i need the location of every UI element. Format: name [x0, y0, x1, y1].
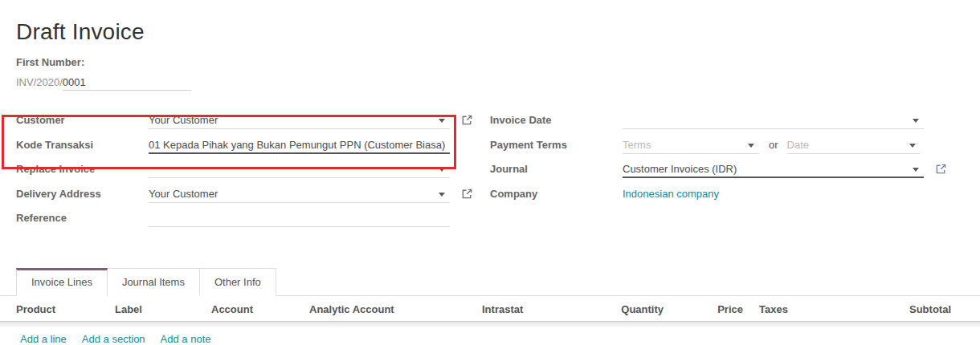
- due-date-select[interactable]: Date: [787, 136, 921, 154]
- invoice-date-select[interactable]: [623, 112, 924, 129]
- kode-transaksi-value: 01 Kepada Pihak yang Bukan Pemungut PPN …: [149, 139, 445, 151]
- first-number-row: INV/2020/ 0001: [16, 76, 980, 91]
- invoice-date-row: Invoice Date: [490, 112, 945, 136]
- add-a-section-link[interactable]: Add a section: [82, 333, 145, 345]
- company-row: Company Indonesian company: [490, 185, 945, 210]
- column-header-analytic-account: Analytic Account: [309, 303, 482, 315]
- customer-row: Customer Your Customer: [16, 112, 471, 136]
- delivery-address-label: Delivery Address: [16, 185, 149, 200]
- table-header-shadow: [0, 322, 980, 327]
- replace-invoice-label: Replace Invoice: [16, 160, 149, 175]
- notebook-tabs: Invoice Lines Journal Items Other Info: [0, 268, 980, 296]
- column-header-subtotal: Subtotal: [839, 303, 980, 315]
- journal-select[interactable]: Customer Invoices (IDR): [623, 160, 924, 178]
- payment-terms-row: Payment Terms Terms or Date: [490, 136, 945, 161]
- delivery-address-select[interactable]: Your Customer: [149, 185, 450, 203]
- invoice-lines-header: Product Label Account Analytic Account I…: [0, 296, 980, 322]
- payment-terms-placeholder: Terms: [623, 139, 651, 151]
- company-label: Company: [490, 185, 623, 200]
- form-left-column: Customer Your Customer Kode Transaksi 01…: [16, 112, 471, 234]
- column-header-quantity: Quantity: [601, 303, 664, 315]
- chevron-down-icon: [439, 193, 445, 197]
- first-number-label: First Number:: [16, 56, 980, 68]
- column-header-account: Account: [211, 303, 309, 315]
- column-header-price: Price: [664, 303, 743, 315]
- external-link-icon[interactable]: [461, 188, 473, 200]
- reference-input[interactable]: [149, 209, 450, 227]
- replace-invoice-row: Replace Invoice: [16, 160, 471, 185]
- payment-terms-label: Payment Terms: [490, 136, 623, 151]
- column-header-intrastat: Intrastat: [482, 303, 601, 315]
- customer-label: Customer: [16, 112, 149, 126]
- customer-value: Your Customer: [149, 114, 218, 126]
- reference-label: Reference: [16, 209, 149, 224]
- form-grid: Customer Your Customer Kode Transaksi 01…: [16, 112, 980, 234]
- customer-select[interactable]: Your Customer: [149, 112, 450, 129]
- invoice-form-page: Draft Invoice First Number: INV/2020/ 00…: [0, 0, 980, 345]
- invoice-number-input[interactable]: 0001: [63, 76, 191, 91]
- kode-transaksi-select[interactable]: 01 Kepada Pihak yang Bukan Pemungut PPN …: [149, 136, 450, 154]
- column-header-product: Product: [16, 303, 115, 315]
- company-field: Indonesian company: [623, 185, 924, 203]
- delivery-address-row: Delivery Address Your Customer: [16, 185, 471, 210]
- delivery-address-value: Your Customer: [149, 188, 218, 200]
- page-title: Draft Invoice: [0, 0, 980, 45]
- chevron-down-icon: [913, 119, 919, 123]
- invoice-date-label: Invoice Date: [490, 112, 623, 126]
- tab-journal-items[interactable]: Journal Items: [108, 268, 200, 296]
- kode-transaksi-label: Kode Transaksi: [16, 136, 149, 151]
- add-a-note-link[interactable]: Add a note: [161, 333, 211, 345]
- tab-invoice-lines[interactable]: Invoice Lines: [16, 268, 108, 296]
- column-header-taxes: Taxes: [743, 303, 839, 315]
- chevron-down-icon: [909, 144, 916, 148]
- form-right-column: Invoice Date Payment Terms Terms or Date: [490, 112, 945, 234]
- journal-value: Customer Invoices (IDR): [623, 163, 737, 175]
- due-date-placeholder: Date: [787, 139, 809, 151]
- payment-terms-controls: Terms or Date: [623, 136, 924, 154]
- kode-transaksi-row: Kode Transaksi 01 Kepada Pihak yang Buka…: [16, 136, 471, 161]
- chevron-down-icon: [439, 168, 445, 172]
- external-link-icon[interactable]: [935, 163, 947, 175]
- chevron-down-icon: [913, 168, 919, 172]
- payment-terms-or-label: or: [759, 136, 787, 151]
- column-header-label: Label: [115, 303, 211, 315]
- journal-label: Journal: [490, 160, 623, 175]
- external-link-icon[interactable]: [461, 114, 473, 126]
- replace-invoice-select[interactable]: [149, 160, 450, 178]
- add-a-line-link[interactable]: Add a line: [20, 333, 67, 345]
- company-link[interactable]: Indonesian company: [623, 188, 719, 200]
- reference-row: Reference: [16, 209, 471, 234]
- invoice-number-prefix: INV/2020/: [16, 76, 63, 88]
- chevron-down-icon: [439, 119, 445, 123]
- payment-terms-select[interactable]: Terms: [623, 136, 759, 154]
- chevron-down-icon: [748, 144, 754, 148]
- line-actions-row: Add a line Add a section Add a note: [0, 327, 980, 345]
- tab-other-info[interactable]: Other Info: [200, 268, 276, 296]
- journal-row: Journal Customer Invoices (IDR): [490, 160, 945, 185]
